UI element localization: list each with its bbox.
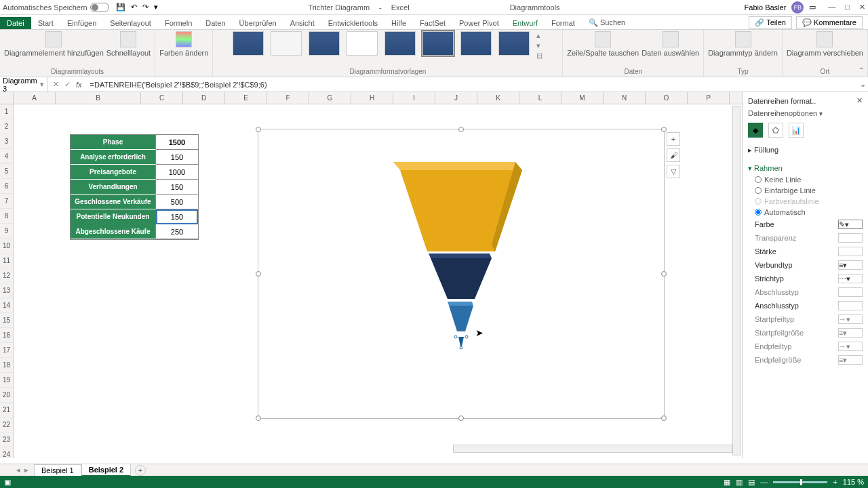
zoom-slider[interactable] [773,481,827,483]
select-data-button[interactable]: Daten auswählen [642,31,699,57]
resize-handle[interactable] [661,415,667,421]
chart-style-8[interactable] [498,31,530,56]
col-d[interactable]: D [183,92,225,104]
effects-tab-icon[interactable]: ⬠ [768,123,783,138]
qat-more-icon[interactable]: ▾ [154,3,158,12]
minimize-button[interactable]: — [828,3,835,12]
solid-line-radio[interactable]: Einfarbige Linie [748,185,863,196]
sheet-tab-2[interactable]: Beispiel 2 [81,464,131,476]
funnel-segment-3[interactable] [449,306,473,331]
add-sheet-button[interactable]: + [135,465,146,476]
col-h[interactable]: H [351,92,393,104]
row-headers[interactable]: 12345 678910 1112131415 1617181920 21222… [0,104,14,458]
col-g[interactable]: G [309,92,351,104]
col-a[interactable]: A [14,92,56,104]
zoom-level[interactable]: 115 % [843,478,864,486]
name-box[interactable]: Diagramm 3 ▾ [0,77,47,93]
tab-insert[interactable]: Einfügen [60,17,103,29]
col-n[interactable]: N [604,92,646,104]
switch-row-column-button[interactable]: Zeile/Spalte tauschen [567,31,639,57]
end-size-select[interactable]: Endpfeilgröße≡▾ [748,353,863,367]
change-colors-button[interactable]: Farben ändern [159,31,208,57]
expand-formula-bar-icon[interactable]: ⌄ [857,80,868,89]
funnel-segment-selected[interactable] [458,337,464,346]
series-options-tab-icon[interactable]: 📊 [789,123,804,138]
col-j[interactable]: J [435,92,477,104]
col-e[interactable]: E [225,92,267,104]
col-f[interactable]: F [267,92,309,104]
chart-style-5[interactable] [384,31,416,56]
no-line-radio[interactable]: Keine Linie [748,174,863,185]
table-row[interactable]: Analyse erforderlich [71,150,156,165]
cancel-formula-icon[interactable]: ✕ [53,80,59,89]
compound-type-select[interactable]: Verbundtyp≡▾ [748,258,863,272]
col-l[interactable]: L [519,92,561,104]
chart-style-6[interactable] [422,31,454,56]
styles-up-icon[interactable]: ▴ [536,31,542,40]
zoom-out-icon[interactable]: — [760,478,768,486]
save-icon[interactable]: 💾 [116,3,125,12]
col-c[interactable]: C [141,92,183,104]
join-type-select[interactable]: Anschlusstyp [748,299,863,312]
next-sheet-icon[interactable]: ▸ [24,466,28,474]
tab-review[interactable]: Überprüfen [233,17,283,29]
chart-style-3[interactable] [309,31,340,56]
autosave-toggle[interactable]: Automatisches Speichern [3,3,109,12]
fill-section-header[interactable]: ▸ Füllung [748,144,863,156]
fill-line-tab-icon[interactable]: ◆ [748,123,763,138]
normal-view-icon[interactable]: ▦ [724,478,730,487]
move-chart-button[interactable]: Diagramm verschieben [787,31,863,57]
resize-handle[interactable] [458,415,464,421]
table-header-phase[interactable]: Phase [71,135,156,150]
sheet-tab-1[interactable]: Beispiel 1 [34,464,81,476]
begin-arrow-select[interactable]: Startpfeiltyp→▾ [748,312,863,326]
undo-icon[interactable]: ↶ [131,3,137,12]
chart-object[interactable]: + 🖌 ▽ [258,129,665,419]
grid[interactable]: Phase 1500 Analyse erforderlich150 Preis… [14,104,742,458]
tab-format[interactable]: Format [545,17,582,29]
close-button[interactable]: ✕ [859,3,865,12]
record-macro-icon[interactable]: ▣ [4,478,11,487]
table-row[interactable]: Preisangebote [71,165,156,180]
col-o[interactable]: O [646,92,688,104]
col-k[interactable]: K [477,92,519,104]
user-name[interactable]: Fabio Basler [745,3,787,12]
tab-data[interactable]: Daten [199,17,232,29]
tab-page-layout[interactable]: Seitenlayout [103,17,158,29]
close-pane-button[interactable]: ✕ [856,96,863,105]
resize-handle[interactable] [661,271,667,277]
quick-layout-button[interactable]: Schnelllayout [106,31,151,57]
resize-handle[interactable] [256,271,261,277]
collapse-ribbon-icon[interactable]: ⌃ [859,66,864,74]
chart-style-7[interactable] [460,31,492,56]
maximize-button[interactable]: □ [845,3,850,12]
table-row[interactable]: Geschlossene Verkäufe [71,195,156,209]
ribbon-display-icon[interactable]: ▭ [809,3,816,12]
select-all-cell[interactable] [0,92,14,104]
border-section-header[interactable]: ▾ Rahmen [748,163,863,174]
enter-formula-icon[interactable]: ✓ [64,80,71,89]
styles-more-icon[interactable]: ⊟ [536,52,542,60]
table-row-selected[interactable]: Potentielle Neukunden [71,209,156,224]
col-i[interactable]: I [393,92,435,104]
tab-file[interactable]: Datei [0,17,31,29]
zoom-in-icon[interactable]: + [833,478,837,486]
tab-factset[interactable]: FactSet [413,17,452,29]
cap-type-select[interactable]: Abschlusstyp [748,285,863,299]
add-chart-element-button[interactable]: Diagrammelement hinzufügen [4,31,104,57]
vertical-scrollbar[interactable] [732,106,741,455]
automatic-radio[interactable]: Automatisch [748,207,863,218]
resize-handle[interactable] [458,127,464,132]
fx-icon[interactable]: fx [76,81,82,89]
tab-design[interactable]: Entwurf [506,17,545,29]
change-chart-type-button[interactable]: Diagrammtyp ändern [708,31,778,57]
redo-icon[interactable]: ↷ [142,3,149,12]
gradient-line-radio[interactable]: Farbverlaufslinie [748,196,863,207]
width-input[interactable]: Stärke [748,245,863,258]
begin-size-select[interactable]: Startpfeilgröße≡▾ [748,326,863,340]
resize-handle[interactable] [661,127,667,132]
col-b[interactable]: B [56,92,141,104]
page-break-view-icon[interactable]: ▤ [748,478,755,487]
col-p[interactable]: P [688,92,730,104]
toggle-icon[interactable] [90,3,109,12]
